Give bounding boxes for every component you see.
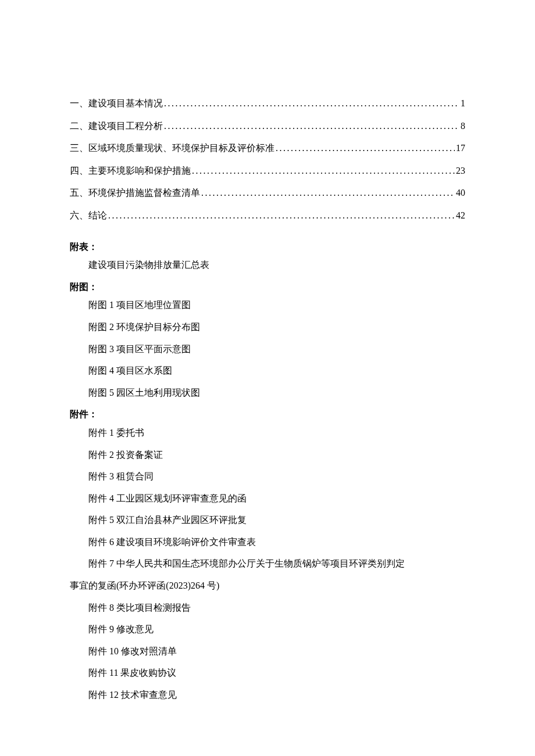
toc-page-number: 8 bbox=[461, 119, 465, 134]
toc-label: 二、建设项目工程分析 bbox=[70, 119, 163, 134]
list-item: 附件 8 类比项目检测报告 bbox=[70, 600, 465, 615]
list-item: 附件 10 修改对照清单 bbox=[70, 644, 465, 659]
toc-page-number: 40 bbox=[456, 185, 465, 200]
toc-entry: 二、建设项目工程分析 8 bbox=[70, 119, 465, 134]
toc-leader-dots bbox=[192, 163, 455, 178]
list-item-wrapped-line1: 附件 7 中华人民共和国生态环境部办公厅关于生物质锅炉等项目环评类别判定 bbox=[70, 556, 465, 571]
toc-entry: 三、区域环境质量现状、环境保护目标及评价标准 17 bbox=[70, 141, 465, 156]
list-item: 附图 4 项目区水系图 bbox=[70, 363, 465, 378]
list-item: 附件 2 投资备案证 bbox=[70, 447, 465, 463]
toc-label: 五、环境保护措施监督检查清单 bbox=[70, 185, 200, 200]
list-item: 附件 9 修改意见 bbox=[70, 622, 465, 637]
toc-label: 一、建设项目基本情况 bbox=[70, 96, 163, 111]
list-item: 附图 1 项目区地理位置图 bbox=[70, 298, 465, 313]
toc-label: 四、主要环境影响和保护措施 bbox=[70, 163, 191, 178]
list-item-wrapped-line2: 事宜的复函(环办环评函(2023)264 号) bbox=[70, 578, 465, 593]
toc-leader-dots bbox=[108, 208, 455, 223]
toc-page-number: 17 bbox=[456, 141, 465, 156]
list-item: 附图 3 项目区平面示意图 bbox=[70, 342, 465, 357]
list-item: 附件 6 建设项目环境影响评价文件审查表 bbox=[70, 535, 465, 550]
toc-entry: 四、主要环境影响和保护措施 23 bbox=[70, 163, 465, 178]
list-item: 附件 3 租赁合同 bbox=[70, 469, 465, 484]
toc-label: 六、结论 bbox=[70, 208, 107, 223]
section-heading-fujian: 附件： bbox=[70, 407, 465, 422]
section-heading-futu: 附图： bbox=[70, 280, 465, 295]
list-item: 附件 12 技术审查意见 bbox=[70, 687, 465, 703]
toc-entry: 六、结论 42 bbox=[70, 208, 465, 223]
toc-entry: 五、环境保护措施监督检查清单 40 bbox=[70, 185, 465, 200]
table-of-contents: 一、建设项目基本情况 1 二、建设项目工程分析 8 三、区域环境质量现状、环境保… bbox=[70, 96, 465, 223]
toc-entry: 一、建设项目基本情况 1 bbox=[70, 96, 465, 111]
list-item: 附图 5 园区土地利用现状图 bbox=[70, 385, 465, 400]
toc-page-number: 1 bbox=[461, 96, 465, 111]
list-item: 建设项目污染物排放量汇总表 bbox=[70, 257, 465, 273]
toc-leader-dots bbox=[164, 96, 459, 111]
list-item: 附件 11 果皮收购协议 bbox=[70, 665, 465, 680]
toc-page-number: 23 bbox=[456, 163, 465, 178]
list-item: 附件 4 工业园区规划环评审查意见的函 bbox=[70, 491, 465, 506]
toc-page-number: 42 bbox=[456, 208, 465, 223]
list-item: 附件 1 委托书 bbox=[70, 425, 465, 440]
document-page: 一、建设项目基本情况 1 二、建设项目工程分析 8 三、区域环境质量现状、环境保… bbox=[0, 0, 535, 703]
list-item: 附图 2 环境保护目标分布图 bbox=[70, 320, 465, 335]
section-heading-fubiao: 附表： bbox=[70, 239, 465, 255]
toc-label: 三、区域环境质量现状、环境保护目标及评价标准 bbox=[70, 141, 274, 156]
list-item: 附件 5 双江自治县林产业园区环评批复 bbox=[70, 513, 465, 528]
toc-leader-dots bbox=[201, 185, 455, 200]
toc-leader-dots bbox=[164, 119, 459, 134]
toc-leader-dots bbox=[276, 141, 455, 156]
